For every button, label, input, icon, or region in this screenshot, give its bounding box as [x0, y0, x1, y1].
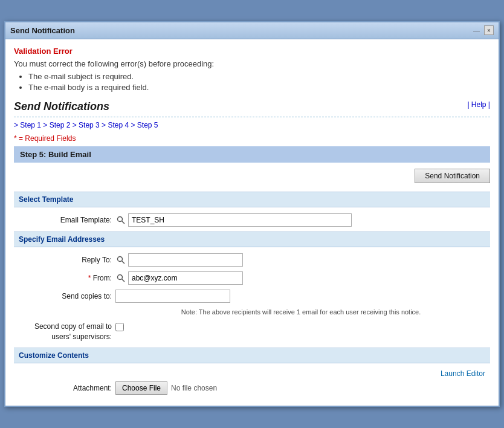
close-button[interactable]: × — [484, 25, 494, 35]
validation-error-1: The e-mail subject is required. — [28, 72, 490, 81]
choose-file-button[interactable]: Choose File — [115, 381, 167, 395]
validation-description: You must correct the following error(s) … — [14, 59, 490, 68]
reply-to-search-icon[interactable] — [115, 255, 126, 265]
required-note: * = Required Fields — [14, 134, 490, 143]
validation-title: Validation Error — [14, 47, 490, 56]
dialog-controls: — × — [471, 25, 494, 35]
svg-line-5 — [122, 279, 125, 282]
send-notifications-header: Send Notifications | Help | — [14, 100, 490, 113]
send-notification-button[interactable]: Send Notification — [415, 169, 490, 183]
launch-editor-link[interactable]: Launch Editor — [441, 369, 485, 378]
help-link[interactable]: | Help | — [467, 100, 490, 109]
email-template-search-icon[interactable] — [115, 215, 126, 225]
form-main-title: Send Notifications — [14, 100, 109, 113]
reply-to-row: Reply To: — [14, 253, 490, 267]
svg-line-1 — [122, 221, 125, 224]
send-btn-row: Send Notification — [14, 169, 490, 183]
send-notification-dialog: Send Notification — × Validation Error Y… — [4, 21, 500, 407]
customize-section: Customize Contents Launch Editor Attachm… — [14, 348, 490, 395]
email-template-input[interactable] — [128, 213, 352, 227]
from-label: * From: — [19, 274, 115, 282]
send-copies-row: Send copies to: — [14, 290, 490, 303]
minimize-button[interactable]: — — [471, 27, 482, 34]
select-template-section-header: Select Template — [14, 192, 490, 207]
send-copies-input[interactable] — [115, 290, 230, 303]
reply-to-label: Reply To: — [19, 256, 115, 264]
from-search-icon[interactable] — [115, 273, 126, 284]
dialog-body: Validation Error You must correct the fo… — [5, 39, 499, 406]
email-template-row: Email Template: — [14, 213, 490, 227]
svg-point-0 — [118, 216, 123, 221]
attachment-label: Attachment: — [19, 384, 115, 392]
second-copy-row: Second copy of email to users' superviso… — [14, 322, 490, 342]
no-file-text: No file chosen — [171, 384, 217, 392]
dialog-titlebar: Send Notification — × — [5, 22, 499, 39]
breadcrumb: > Step 1 > Step 2 > Step 3 > Step 4 > St… — [14, 121, 490, 129]
attachment-row: Attachment: Choose File No file chosen — [14, 381, 490, 395]
from-input[interactable] — [128, 271, 243, 285]
send-copies-label: Send copies to: — [19, 292, 115, 300]
validation-list: The e-mail subject is required. The e-ma… — [28, 72, 490, 92]
reply-to-input[interactable] — [128, 253, 243, 267]
second-copy-checkbox[interactable] — [115, 323, 124, 331]
svg-point-2 — [118, 256, 123, 261]
validation-error-box: Validation Error You must correct the fo… — [14, 47, 490, 92]
specify-email-section-header: Specify Email Addresses — [14, 232, 490, 247]
validation-error-2: The e-mail body is a required field. — [28, 83, 490, 92]
dialog-title: Send Notification — [10, 26, 75, 35]
launch-editor-row: Launch Editor — [14, 369, 490, 378]
svg-line-3 — [122, 261, 125, 264]
divider — [14, 117, 490, 117]
from-row: * From: — [14, 271, 490, 285]
email-note: Note: The above recipients will receive … — [14, 308, 490, 317]
second-copy-label: Second copy of email to users' superviso… — [19, 322, 115, 342]
step-header: Step 5: Build Email — [14, 146, 490, 163]
customize-section-header: Customize Contents — [14, 348, 490, 363]
svg-point-4 — [118, 274, 123, 279]
email-template-label: Email Template: — [19, 216, 115, 224]
